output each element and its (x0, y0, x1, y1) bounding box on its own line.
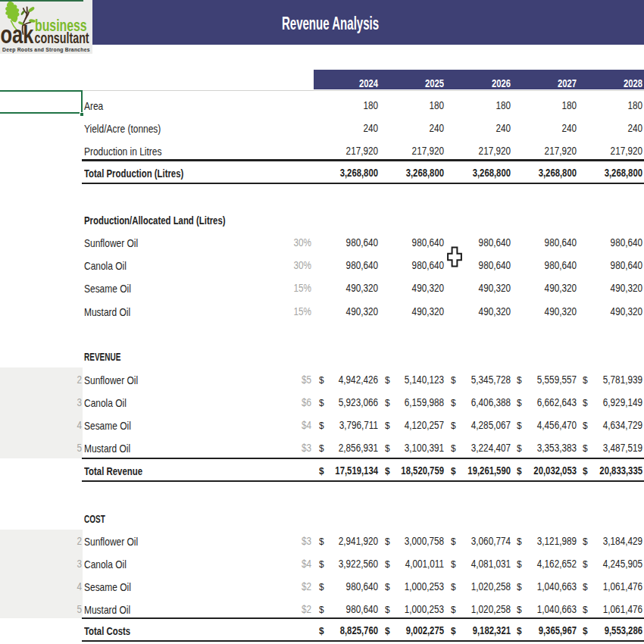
svg-text:consultant: consultant (35, 30, 89, 47)
svg-text:Deep Roots and Strong Branches: Deep Roots and Strong Branches (2, 46, 90, 54)
svg-text:oak: oak (1, 20, 34, 48)
